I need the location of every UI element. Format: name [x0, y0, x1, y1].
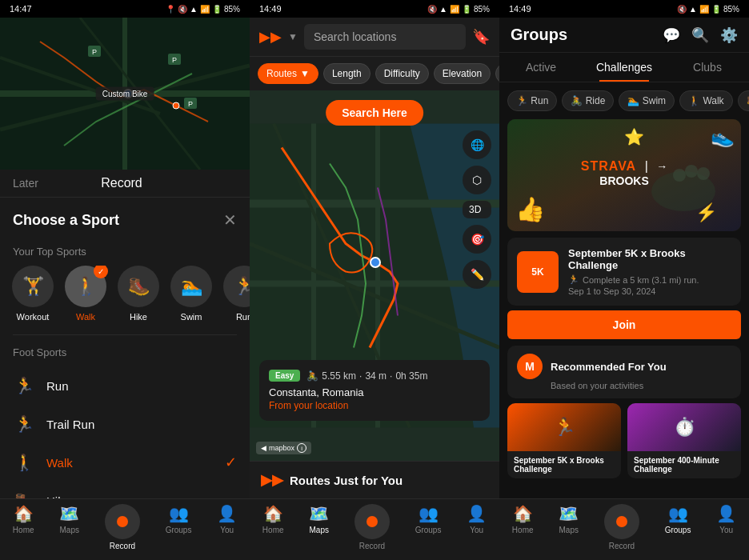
- challenge-subtitle: 🏃 Complete a 5 km (3.1 mi) run.: [568, 274, 731, 285]
- svg-point-25: [697, 167, 710, 180]
- filter-row: Routes ▼ Length Difficulty Elevation Sur…: [250, 57, 499, 90]
- filter-difficulty[interactable]: Difficulty: [375, 63, 429, 84]
- filter-chip-run[interactable]: 🏃 Run: [507, 90, 557, 111]
- left-nav-record[interactable]: Record: [105, 504, 140, 550]
- sport-walk[interactable]: 🚶 ✓ Walk: [66, 266, 106, 322]
- sport-list-trail-run[interactable]: 🏃 Trail Run: [0, 405, 250, 443]
- banner-background: STRAVA | → BROOKS 👍 👟 ⭐ ⚡: [507, 119, 741, 231]
- mid-nav-you[interactable]: 👤 You: [467, 504, 487, 550]
- right-you-icon: 👤: [716, 504, 736, 523]
- svg-text:P: P: [92, 48, 97, 56]
- right-nav-you[interactable]: 👤 You: [716, 504, 736, 550]
- right-maps-icon: 🗺️: [559, 504, 579, 523]
- mini-challenge-1[interactable]: 🏃 September 5K x Brooks Challenge: [507, 403, 621, 478]
- right-home-label: Home: [512, 526, 534, 534]
- left-nav-you[interactable]: 👤 You: [217, 504, 237, 550]
- mid-maps-icon: 🗺️: [309, 504, 329, 523]
- route-card[interactable]: Easy 🚴 5.55 km · 34 m · 0h 35m Constanta…: [259, 360, 490, 421]
- challenge-badge-icon: 5K: [517, 251, 559, 293]
- later-button[interactable]: Later: [13, 177, 38, 190]
- mid-record-dot: [366, 516, 378, 527]
- mini-challenge-1-label: September 5K x Brooks Challenge: [507, 451, 621, 478]
- trail-run-label: Trail Run: [46, 418, 237, 431]
- middle-bottom-nav: 🏠 Home 🗺️ Maps Record 👥 Groups 👤 You: [250, 498, 499, 560]
- mini-challenge-2[interactable]: ⏱️ September 400-Minute Challenge: [627, 403, 741, 478]
- right-nav-home[interactable]: 🏠 Home: [512, 504, 534, 550]
- route-stats: 🚴 5.55 km · 34 m · 0h 35m: [306, 370, 427, 382]
- right-nav-record[interactable]: Record: [604, 504, 639, 550]
- location-target-icon[interactable]: 🎯: [463, 225, 491, 254]
- sticker-sneaker: 👟: [711, 126, 735, 148]
- groups-label: Groups: [166, 526, 192, 534]
- filter-chip-walk[interactable]: 🚶 Walk: [679, 90, 733, 111]
- run-label: Run: [46, 379, 237, 393]
- mapbox-info-icon: i: [297, 443, 306, 453]
- sport-run[interactable]: 🏃 Run: [224, 266, 250, 322]
- filter-routes[interactable]: Routes ▼: [258, 63, 318, 84]
- right-nav-maps[interactable]: 🗺️ Maps: [559, 504, 579, 550]
- layers-icon[interactable]: 🌐: [463, 130, 491, 159]
- filter-elevation[interactable]: Elevation: [434, 63, 491, 84]
- map-container[interactable]: Search Here 🌐 ⬡ 3D 🎯 ✏️ ◀ mapbox i Easy …: [250, 90, 499, 461]
- right-maps-label: Maps: [559, 526, 579, 534]
- sport-hike-label: Hike: [130, 312, 147, 322]
- bookmark-icon[interactable]: 🔖: [472, 28, 490, 46]
- filter-chip-ride[interactable]: 🚴 Ride: [562, 90, 614, 111]
- join-button[interactable]: Join: [507, 310, 741, 339]
- right-status-icons: 🔇 ▲ 📶 🔋 85%: [677, 5, 739, 14]
- rec-avatar: M: [517, 354, 543, 379]
- sport-workout-label: Workout: [17, 312, 50, 322]
- edit-pen-icon[interactable]: ✏️: [463, 260, 491, 289]
- record-title: Record: [101, 176, 142, 190]
- right-nav-groups[interactable]: 👥 Groups: [665, 504, 691, 550]
- mid-record-label: Record: [359, 542, 385, 550]
- sticker-star: ⭐: [624, 127, 644, 146]
- mid-nav-groups[interactable]: 👥 Groups: [415, 504, 442, 550]
- you-icon: 👤: [217, 504, 237, 523]
- record-label: Record: [110, 542, 135, 550]
- challenge-date: Sep 1 to Sep 30, 2024: [568, 286, 731, 296]
- right-you-label: You: [719, 526, 733, 534]
- mid-maps-label: Maps: [310, 526, 329, 534]
- search-here-button[interactable]: Search Here: [326, 100, 423, 126]
- difficulty-badge: Easy: [269, 370, 300, 382]
- gear-icon[interactable]: ⚙️: [720, 26, 738, 44]
- search-icon[interactable]: 🔍: [691, 26, 709, 44]
- mid-nav-maps[interactable]: 🗺️ Maps: [309, 504, 329, 550]
- sport-run-label: Run: [236, 312, 250, 322]
- sport-walk-label: Walk: [76, 312, 95, 322]
- close-button[interactable]: ✕: [223, 210, 237, 230]
- strava-brand: STRAVA: [581, 159, 636, 173]
- header-icons: 💬 🔍 ⚙️: [663, 26, 738, 44]
- search-bar-row: ▶▶ ▼ Search locations 🔖: [250, 18, 499, 57]
- mid-nav-home[interactable]: 🏠 Home: [262, 504, 284, 550]
- mid-nav-record[interactable]: Record: [354, 504, 390, 550]
- message-icon[interactable]: 💬: [663, 26, 680, 44]
- 3d-button[interactable]: 3D: [463, 201, 491, 218]
- search-input-container[interactable]: Search locations: [304, 24, 466, 50]
- tab-challenges[interactable]: Challenges: [583, 53, 666, 82]
- sport-list-run[interactable]: 🏃 Run: [0, 366, 250, 405]
- challenge-card[interactable]: 5K September 5K x Brooks Challenge 🏃 Com…: [507, 238, 741, 306]
- filter-chip-swim[interactable]: 🏊 Swim: [619, 90, 675, 111]
- record-circle: [105, 504, 140, 539]
- sticker-lightning: ⚡: [695, 202, 717, 223]
- left-nav-groups[interactable]: 👥 Groups: [166, 504, 192, 550]
- filter-chip-hike[interactable]: 🥾 Hike: [738, 90, 749, 111]
- svg-point-24: [685, 165, 698, 178]
- filter-length[interactable]: Length: [323, 63, 370, 84]
- routes-chevron: ▼: [300, 68, 310, 79]
- left-nav-maps[interactable]: 🗺️ Maps: [59, 504, 79, 550]
- right-home-icon: 🏠: [513, 504, 533, 523]
- tab-active[interactable]: Active: [499, 53, 583, 82]
- left-nav-home[interactable]: 🏠 Home: [13, 504, 34, 550]
- map-controls: 🌐 ⬡ 3D 🎯 ✏️: [463, 130, 491, 289]
- sport-list-walk[interactable]: 🚶 Walk ✓: [0, 443, 250, 482]
- sport-swim[interactable]: 🏊 Swim: [171, 266, 211, 322]
- tab-clubs[interactable]: Clubs: [666, 53, 749, 82]
- sport-workout[interactable]: 🏋️ Workout: [13, 266, 53, 322]
- mid-you-label: You: [470, 526, 483, 534]
- stacked-layers-icon[interactable]: ⬡: [463, 166, 491, 194]
- right-groups-icon: 👥: [668, 504, 688, 523]
- sport-hike[interactable]: 🥾 Hike: [118, 266, 158, 322]
